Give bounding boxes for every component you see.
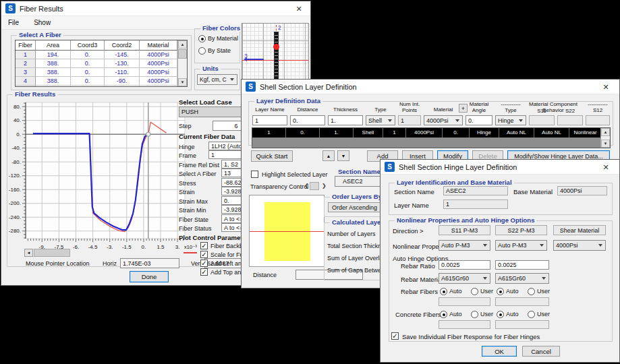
cell[interactable]: 4000Psi — [140, 68, 177, 77]
move-down-button[interactable]: ▼ — [337, 150, 349, 161]
transparency-left-icon[interactable]: ❮ — [304, 183, 309, 189]
rebar-user-s11-radio[interactable] — [471, 288, 478, 295]
cell[interactable]: 0. — [71, 59, 105, 68]
cell[interactable]: 4000Psi — [406, 128, 443, 138]
cell[interactable]: 388. — [36, 68, 71, 77]
scroll-down-icon[interactable]: ▼ — [601, 140, 610, 148]
scroll-up-icon[interactable]: ▲ — [601, 128, 610, 136]
cell[interactable]: 194. — [36, 51, 71, 59]
rebar-auto-s22-radio[interactable] — [497, 288, 504, 295]
hinge-type-dropdown[interactable]: Hinge — [495, 115, 526, 125]
cell[interactable]: -130. — [105, 59, 140, 68]
scroll-down-icon[interactable]: ▼ — [178, 78, 187, 86]
thickness-input[interactable]: 1. — [328, 115, 363, 125]
s22-nonlinear-dropdown[interactable]: Auto P-M3 — [495, 240, 547, 251]
material-plus-button[interactable]: + — [459, 104, 468, 113]
fiber-results-plot[interactable]: -9.-7.5-6.-4.5-3.-1.50.1.53.80.40.0.-40.… — [5, 96, 208, 253]
cell[interactable]: 4000Psi — [140, 86, 177, 87]
concrete-user-s11-radio[interactable] — [471, 311, 478, 318]
save-fiber-response-checkbox[interactable] — [391, 332, 399, 340]
load-case-dropdown[interactable]: PUSH — [179, 107, 246, 117]
layer-table-scrollbar[interactable]: ▲ ▼ — [600, 128, 610, 148]
layer-table[interactable]: 1 0. 1. Shell 1 4000Psi 0. Hinge Auto NL… — [252, 127, 611, 148]
cell[interactable]: -90. — [105, 77, 140, 86]
cell[interactable]: 2 — [16, 59, 36, 68]
scroll-up-icon[interactable]: ▲ — [178, 40, 187, 49]
cell[interactable]: Auto NL Hinge — [534, 128, 569, 138]
cell[interactable]: 388. — [36, 77, 71, 86]
fiber-table[interactable]: Fiber Area Coord3 Coord2 Material 1 194.… — [15, 40, 188, 87]
add-top-checkbox[interactable] — [200, 268, 208, 276]
menu-file[interactable]: File — [8, 19, 19, 26]
cell[interactable]: 1 — [252, 128, 286, 138]
rebar-ratio-s22-input[interactable]: 0.0025 — [495, 260, 549, 270]
units-dropdown[interactable]: Kgf, cm, C — [197, 74, 237, 85]
cell[interactable]: 4000Psi — [140, 51, 177, 59]
title-bar[interactable]: S Fiber Results ✕ — [1, 1, 310, 16]
cell[interactable]: -145. — [105, 51, 140, 59]
table-scrollbar[interactable]: ▲ ▼ — [177, 40, 187, 86]
rebar-user-s22-radio[interactable] — [528, 288, 535, 295]
done-button[interactable]: Done — [130, 271, 169, 282]
table-row[interactable]: 1 0. 1. Shell 1 4000Psi 0. Hinge Auto NL… — [252, 128, 602, 138]
rebar-auto-s11-radio[interactable] — [440, 288, 447, 295]
concrete-auto-s22-radio[interactable] — [497, 311, 504, 318]
rebar-material-s22-dropdown[interactable]: A615Gr60 — [495, 273, 549, 284]
cell[interactable]: 388. — [36, 59, 71, 68]
cell[interactable]: 0. — [71, 86, 105, 87]
cell[interactable]: Shell — [354, 128, 383, 138]
distance-input[interactable]: 0. — [290, 115, 325, 125]
transparency-slider[interactable] — [310, 182, 319, 190]
scroll-thumb[interactable] — [178, 49, 187, 59]
material-dropdown[interactable]: 4000Psi — [424, 115, 463, 125]
shear-material-dropdown[interactable]: 4000Psi — [553, 240, 606, 251]
cell[interactable]: 1 — [383, 128, 406, 138]
material-angle-input[interactable]: 0. — [466, 115, 492, 125]
cell[interactable]: 0. — [71, 68, 105, 77]
close-icon[interactable]: ✕ — [600, 162, 611, 173]
rebar-ratio-s11-input[interactable]: 0.0025 — [439, 260, 490, 270]
title-bar[interactable]: S Shell Section Hinge Layer Definition ✕ — [381, 160, 619, 175]
cell[interactable]: 0. — [71, 51, 105, 59]
s11-nonlinear-dropdown[interactable]: Auto P-M3 — [439, 240, 490, 251]
by-material-radio[interactable] — [198, 35, 206, 42]
layer-name-input[interactable]: 1 — [252, 115, 287, 125]
cancel-button[interactable]: Cancel — [522, 346, 560, 357]
cell[interactable]: 3 — [16, 68, 36, 77]
cell[interactable]: 0. — [443, 128, 470, 138]
concrete-auto-s11-radio[interactable] — [440, 311, 447, 318]
fiber-backbone-checkbox[interactable] — [200, 242, 208, 249]
highlight-layer-checkbox[interactable] — [251, 171, 258, 178]
cell[interactable]: 1. — [320, 128, 354, 138]
concrete-user-s22-radio[interactable] — [528, 311, 535, 318]
cell[interactable]: 4000Psi — [140, 59, 177, 68]
scale-full-checkbox[interactable] — [200, 251, 208, 258]
rebar-material-s11-dropdown[interactable]: A615Gr60 — [439, 273, 490, 284]
cell[interactable]: 4 — [16, 77, 36, 86]
cell[interactable]: Hinge — [470, 128, 499, 138]
ok-button[interactable]: OK — [482, 346, 517, 357]
menu-show[interactable]: Show — [34, 19, 51, 26]
cell[interactable]: 388. — [36, 86, 71, 87]
plot-scroll-left-icon[interactable]: ◄ — [24, 249, 33, 257]
cell[interactable]: 0. — [286, 128, 320, 138]
cell[interactable]: Nonlinear — [569, 128, 602, 138]
cell[interactable]: 4000Psi — [140, 77, 177, 86]
cell[interactable]: Auto NL Hinge — [499, 128, 534, 138]
transparency-right-icon[interactable]: ❯ — [322, 183, 327, 189]
move-up-button[interactable]: ▲ — [322, 150, 335, 161]
cell[interactable]: -110. — [105, 68, 140, 77]
by-state-radio[interactable] — [198, 47, 206, 55]
cell[interactable]: 1 — [16, 51, 36, 59]
close-icon[interactable]: ✕ — [293, 3, 304, 14]
title-bar[interactable]: S Shell Section Layer Definition ✕ — [242, 80, 619, 94]
close-icon[interactable]: ✕ — [600, 82, 611, 92]
plot-scroll-thumb[interactable] — [34, 249, 70, 257]
cell[interactable]: 5 — [16, 86, 36, 87]
cell[interactable]: -70. — [105, 86, 140, 87]
type-dropdown[interactable]: Shell — [366, 115, 395, 125]
horiz-value-field[interactable]: 1.745E-03 — [120, 258, 179, 268]
cell[interactable]: 0. — [71, 77, 105, 86]
quick-start-button[interactable]: Quick Start — [251, 150, 293, 162]
add-left-checkbox[interactable] — [200, 260, 208, 267]
